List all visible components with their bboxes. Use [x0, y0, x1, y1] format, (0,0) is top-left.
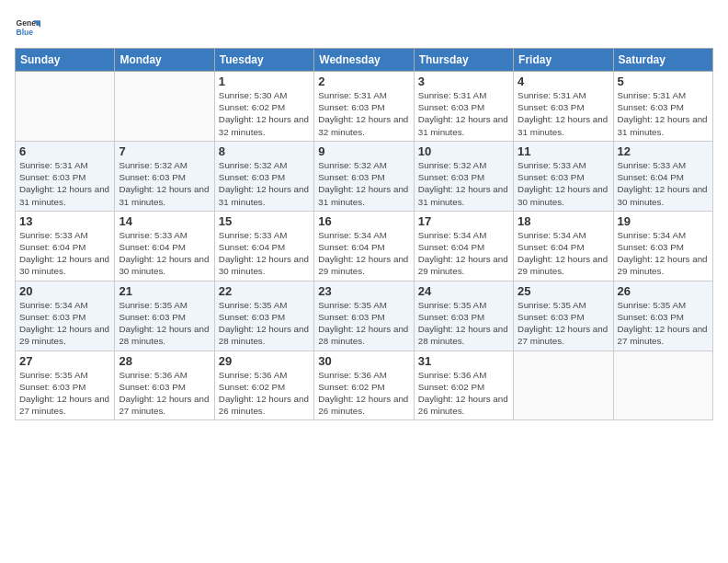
day-info: Sunrise: 5:33 AM Sunset: 6:04 PM Dayligh…: [618, 159, 709, 208]
calendar-cell: 24Sunrise: 5:35 AM Sunset: 6:03 PM Dayli…: [414, 281, 513, 350]
weekday-header-wednesday: Wednesday: [314, 49, 414, 72]
day-number: 3: [418, 75, 509, 88]
weekday-header-saturday: Saturday: [613, 49, 712, 72]
calendar-cell: 26Sunrise: 5:35 AM Sunset: 6:03 PM Dayli…: [613, 281, 712, 350]
calendar-cell: 30Sunrise: 5:36 AM Sunset: 6:02 PM Dayli…: [314, 350, 414, 420]
calendar-cell: 7Sunrise: 5:32 AM Sunset: 6:03 PM Daylig…: [115, 141, 214, 211]
calendar-cell: 22Sunrise: 5:35 AM Sunset: 6:03 PM Dayli…: [214, 281, 313, 350]
weekday-header-monday: Monday: [115, 49, 214, 72]
weekday-header-friday: Friday: [514, 49, 613, 72]
day-info: Sunrise: 5:35 AM Sunset: 6:03 PM Dayligh…: [219, 299, 310, 348]
day-info: Sunrise: 5:34 AM Sunset: 6:03 PM Dayligh…: [618, 229, 709, 278]
calendar-cell: 11Sunrise: 5:33 AM Sunset: 6:03 PM Dayli…: [514, 141, 613, 211]
day-number: 24: [418, 284, 509, 298]
day-info: Sunrise: 5:33 AM Sunset: 6:04 PM Dayligh…: [119, 229, 210, 278]
day-info: Sunrise: 5:36 AM Sunset: 6:02 PM Dayligh…: [318, 369, 409, 418]
day-info: Sunrise: 5:34 AM Sunset: 6:04 PM Dayligh…: [318, 229, 409, 278]
day-number: 30: [318, 354, 409, 368]
calendar-cell: 16Sunrise: 5:34 AM Sunset: 6:04 PM Dayli…: [314, 211, 414, 281]
day-info: Sunrise: 5:36 AM Sunset: 6:02 PM Dayligh…: [219, 369, 310, 418]
day-number: 15: [219, 214, 310, 228]
day-number: 31: [418, 354, 509, 368]
day-info: Sunrise: 5:36 AM Sunset: 6:03 PM Dayligh…: [119, 369, 210, 418]
calendar-cell: 12Sunrise: 5:33 AM Sunset: 6:04 PM Dayli…: [613, 141, 712, 211]
day-info: Sunrise: 5:31 AM Sunset: 6:03 PM Dayligh…: [418, 89, 509, 138]
logo-icon: General Blue: [15, 15, 40, 40]
day-number: 2: [318, 75, 409, 88]
day-number: 23: [318, 284, 409, 298]
day-number: 27: [19, 354, 110, 368]
day-number: 5: [618, 75, 709, 88]
day-info: Sunrise: 5:31 AM Sunset: 6:03 PM Dayligh…: [518, 89, 609, 138]
calendar-cell: 14Sunrise: 5:33 AM Sunset: 6:04 PM Dayli…: [115, 211, 214, 281]
day-info: Sunrise: 5:35 AM Sunset: 6:03 PM Dayligh…: [119, 299, 210, 348]
calendar-cell: [16, 72, 115, 142]
day-info: Sunrise: 5:35 AM Sunset: 6:03 PM Dayligh…: [618, 299, 709, 348]
day-info: Sunrise: 5:36 AM Sunset: 6:02 PM Dayligh…: [418, 369, 509, 418]
day-number: 4: [518, 75, 609, 88]
calendar-cell: 13Sunrise: 5:33 AM Sunset: 6:04 PM Dayli…: [16, 211, 115, 281]
calendar-cell: 5Sunrise: 5:31 AM Sunset: 6:03 PM Daylig…: [613, 72, 712, 142]
weekday-header-sunday: Sunday: [16, 49, 115, 72]
day-number: 18: [518, 214, 609, 228]
day-number: 16: [318, 214, 409, 228]
day-number: 29: [219, 354, 310, 368]
calendar-cell: 17Sunrise: 5:34 AM Sunset: 6:04 PM Dayli…: [414, 211, 513, 281]
day-number: 13: [19, 214, 110, 228]
day-info: Sunrise: 5:35 AM Sunset: 6:03 PM Dayligh…: [518, 299, 609, 348]
day-info: Sunrise: 5:31 AM Sunset: 6:03 PM Dayligh…: [318, 89, 409, 138]
calendar-cell: 18Sunrise: 5:34 AM Sunset: 6:04 PM Dayli…: [514, 211, 613, 281]
calendar-cell: 6Sunrise: 5:31 AM Sunset: 6:03 PM Daylig…: [16, 141, 115, 211]
day-info: Sunrise: 5:34 AM Sunset: 6:04 PM Dayligh…: [418, 229, 509, 278]
day-info: Sunrise: 5:32 AM Sunset: 6:03 PM Dayligh…: [318, 159, 409, 208]
day-info: Sunrise: 5:32 AM Sunset: 6:03 PM Dayligh…: [418, 159, 509, 208]
calendar-cell: 27Sunrise: 5:35 AM Sunset: 6:03 PM Dayli…: [16, 350, 115, 420]
calendar-cell: 15Sunrise: 5:33 AM Sunset: 6:04 PM Dayli…: [214, 211, 313, 281]
day-number: 25: [518, 284, 609, 298]
day-number: 19: [618, 214, 709, 228]
day-info: Sunrise: 5:32 AM Sunset: 6:03 PM Dayligh…: [119, 159, 210, 208]
day-info: Sunrise: 5:33 AM Sunset: 6:04 PM Dayligh…: [19, 229, 110, 278]
calendar-cell: [514, 350, 613, 420]
calendar-cell: 4Sunrise: 5:31 AM Sunset: 6:03 PM Daylig…: [514, 72, 613, 142]
svg-text:Blue: Blue: [17, 28, 34, 37]
calendar-table: SundayMondayTuesdayWednesdayThursdayFrid…: [15, 48, 713, 420]
day-number: 11: [518, 144, 609, 158]
calendar-cell: 29Sunrise: 5:36 AM Sunset: 6:02 PM Dayli…: [214, 350, 313, 420]
day-number: 14: [119, 214, 210, 228]
weekday-header-tuesday: Tuesday: [214, 49, 313, 72]
calendar-cell: 21Sunrise: 5:35 AM Sunset: 6:03 PM Dayli…: [115, 281, 214, 350]
day-info: Sunrise: 5:35 AM Sunset: 6:03 PM Dayligh…: [318, 299, 409, 348]
day-number: 9: [318, 144, 409, 158]
calendar-cell: 19Sunrise: 5:34 AM Sunset: 6:03 PM Dayli…: [613, 211, 712, 281]
day-info: Sunrise: 5:31 AM Sunset: 6:03 PM Dayligh…: [19, 159, 110, 208]
calendar-cell: 31Sunrise: 5:36 AM Sunset: 6:02 PM Dayli…: [414, 350, 513, 420]
day-info: Sunrise: 5:33 AM Sunset: 6:04 PM Dayligh…: [219, 229, 310, 278]
calendar-cell: 23Sunrise: 5:35 AM Sunset: 6:03 PM Dayli…: [314, 281, 414, 350]
day-number: 22: [219, 284, 310, 298]
day-number: 20: [19, 284, 110, 298]
day-info: Sunrise: 5:34 AM Sunset: 6:03 PM Dayligh…: [19, 299, 110, 348]
day-number: 7: [119, 144, 210, 158]
calendar-cell: 10Sunrise: 5:32 AM Sunset: 6:03 PM Dayli…: [414, 141, 513, 211]
day-number: 12: [618, 144, 709, 158]
calendar-cell: [115, 72, 214, 142]
day-info: Sunrise: 5:32 AM Sunset: 6:03 PM Dayligh…: [219, 159, 310, 208]
day-number: 8: [219, 144, 310, 158]
day-number: 26: [618, 284, 709, 298]
calendar-cell: 2Sunrise: 5:31 AM Sunset: 6:03 PM Daylig…: [314, 72, 414, 142]
day-number: 17: [418, 214, 509, 228]
weekday-header-thursday: Thursday: [414, 49, 513, 72]
day-info: Sunrise: 5:34 AM Sunset: 6:04 PM Dayligh…: [518, 229, 609, 278]
calendar-cell: 1Sunrise: 5:30 AM Sunset: 6:02 PM Daylig…: [214, 72, 313, 142]
calendar-cell: 25Sunrise: 5:35 AM Sunset: 6:03 PM Dayli…: [514, 281, 613, 350]
day-number: 6: [19, 144, 110, 158]
day-number: 10: [418, 144, 509, 158]
day-number: 1: [219, 75, 310, 88]
day-number: 21: [119, 284, 210, 298]
logo: General Blue: [15, 15, 44, 40]
day-info: Sunrise: 5:31 AM Sunset: 6:03 PM Dayligh…: [618, 89, 709, 138]
day-info: Sunrise: 5:30 AM Sunset: 6:02 PM Dayligh…: [219, 89, 310, 138]
day-info: Sunrise: 5:33 AM Sunset: 6:03 PM Dayligh…: [518, 159, 609, 208]
day-info: Sunrise: 5:35 AM Sunset: 6:03 PM Dayligh…: [418, 299, 509, 348]
